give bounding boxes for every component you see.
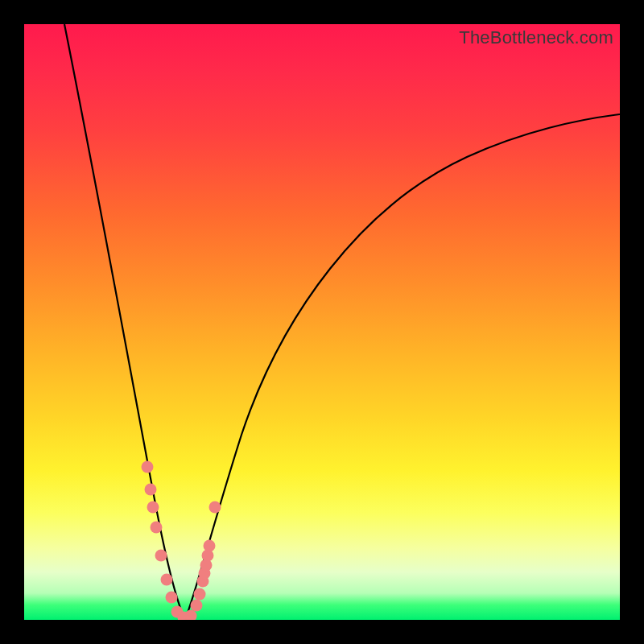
marker — [194, 588, 206, 601]
curve-left — [64, 24, 185, 620]
curve-layer — [24, 24, 620, 620]
marker — [161, 574, 173, 586]
marker — [155, 550, 167, 562]
marker — [191, 600, 203, 612]
marker — [204, 540, 216, 552]
plot-area: TheBottleneck.com — [24, 24, 620, 620]
curve-right — [185, 114, 620, 620]
marker — [142, 461, 154, 473]
marker — [166, 592, 178, 604]
marker — [185, 610, 197, 621]
marker-group — [142, 461, 221, 621]
chart-frame: TheBottleneck.com — [0, 0, 644, 644]
marker — [209, 502, 221, 514]
marker — [147, 502, 159, 514]
marker — [145, 484, 157, 496]
marker — [151, 522, 163, 534]
